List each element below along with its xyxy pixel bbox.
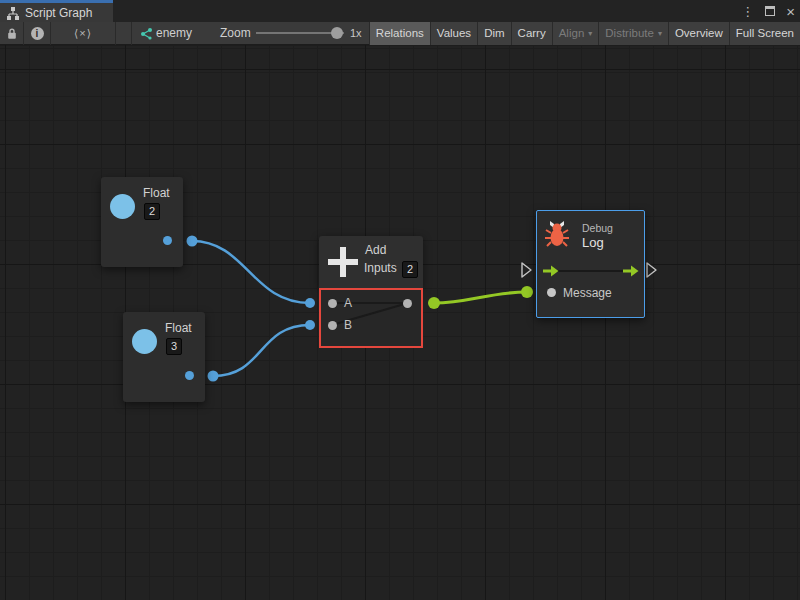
tab-title: Script Graph bbox=[25, 6, 92, 20]
window-tab-bar: Script Graph ⋮ × bbox=[0, 0, 800, 22]
info-icon: i bbox=[31, 27, 44, 40]
toolbar-divider bbox=[115, 22, 116, 45]
float-value-field[interactable]: 3 bbox=[166, 338, 182, 355]
code-preview-icon: ⟨×⟩ bbox=[74, 27, 92, 40]
distribute-dropdown[interactable]: Distribute▾ bbox=[598, 22, 668, 45]
bug-icon bbox=[544, 220, 570, 248]
add-input-port-a[interactable] bbox=[328, 299, 337, 308]
carry-button[interactable]: Carry bbox=[511, 22, 552, 45]
float1-output-port[interactable] bbox=[163, 236, 172, 245]
wire-endpoint-add-out[interactable] bbox=[428, 297, 440, 309]
wire-float1-to-add-a[interactable] bbox=[192, 241, 310, 303]
window-controls: ⋮ × bbox=[741, 0, 795, 22]
graph-toolbar: i ⟨×⟩ enemy Zoom 1x Relations Values Dim… bbox=[0, 22, 800, 45]
relations-button[interactable]: Relations bbox=[369, 22, 430, 45]
dim-button[interactable]: Dim bbox=[477, 22, 510, 45]
node-title: Float bbox=[143, 186, 170, 200]
breadcrumb-graph-name[interactable]: enemy bbox=[156, 22, 192, 45]
debug-message-input-port[interactable] bbox=[547, 288, 556, 297]
full-screen-button[interactable]: Full Screen bbox=[729, 22, 800, 45]
node-title: Float bbox=[165, 321, 192, 335]
port-label-b: B bbox=[344, 318, 352, 332]
node-title: Add bbox=[365, 243, 386, 257]
wire-endpoint-float2-out[interactable] bbox=[208, 371, 219, 382]
wire-endpoint-debug-message[interactable] bbox=[521, 286, 533, 298]
node-category: Debug bbox=[582, 222, 613, 234]
float-value-field[interactable]: 2 bbox=[144, 203, 160, 220]
flow-output-triangle-icon[interactable] bbox=[647, 263, 656, 277]
code-preview-button[interactable]: ⟨×⟩ bbox=[51, 22, 115, 45]
float-literal-icon bbox=[132, 329, 157, 354]
info-button[interactable]: i bbox=[24, 22, 50, 45]
overview-button[interactable]: Overview bbox=[668, 22, 729, 45]
add-node-ports-selected-red[interactable]: A B bbox=[319, 288, 423, 348]
add-output-port[interactable] bbox=[403, 299, 412, 308]
node-float-1[interactable]: Float 2 bbox=[101, 177, 183, 267]
wire-endpoint-add-a[interactable] bbox=[305, 298, 315, 308]
flow-input-triangle-icon[interactable] bbox=[522, 263, 531, 277]
message-port-label: Message bbox=[563, 286, 612, 300]
chevron-down-icon: ▾ bbox=[658, 29, 662, 38]
script-graph-icon bbox=[139, 27, 153, 41]
tab-script-graph[interactable]: Script Graph bbox=[0, 0, 113, 22]
float2-output-port[interactable] bbox=[185, 371, 194, 380]
wire-add-to-debug-message[interactable] bbox=[434, 292, 527, 303]
flow-out-arrow-icon[interactable] bbox=[623, 266, 639, 277]
add-node-header[interactable]: Add Inputs 2 bbox=[319, 236, 423, 288]
zoom-slider-handle[interactable] bbox=[331, 27, 343, 39]
align-dropdown[interactable]: Align▾ bbox=[552, 22, 599, 45]
float-literal-icon bbox=[110, 194, 135, 219]
add-input-port-b[interactable] bbox=[328, 321, 337, 330]
maximize-icon[interactable] bbox=[765, 6, 775, 16]
graph-hierarchy-icon bbox=[6, 6, 20, 20]
node-title: Log bbox=[582, 235, 604, 250]
flow-row bbox=[537, 263, 644, 279]
values-button[interactable]: Values bbox=[430, 22, 477, 45]
plus-icon bbox=[328, 247, 358, 277]
inputs-count-field[interactable]: 2 bbox=[402, 261, 418, 278]
node-add[interactable]: Add Inputs 2 A B bbox=[319, 236, 423, 348]
flow-in-arrow-icon[interactable] bbox=[543, 266, 559, 277]
node-debug-log-selected-blue[interactable]: Debug Log Message bbox=[536, 210, 645, 318]
window-menu-icon[interactable]: ⋮ bbox=[741, 5, 754, 18]
node-float-2[interactable]: Float 3 bbox=[123, 312, 205, 402]
wire-endpoint-add-b[interactable] bbox=[305, 320, 315, 330]
zoom-label: Zoom bbox=[220, 22, 251, 45]
zoom-value: 1x bbox=[350, 22, 362, 45]
chevron-down-icon: ▾ bbox=[588, 29, 592, 38]
graph-breadcrumb-icon-wrap bbox=[138, 22, 154, 45]
port-label-a: A bbox=[344, 296, 352, 310]
wire-float2-to-add-b[interactable] bbox=[213, 325, 310, 376]
toolbar-buttons: Relations Values Dim Carry Align▾ Distri… bbox=[369, 22, 800, 45]
inputs-label: Inputs bbox=[364, 261, 397, 275]
lock-icon bbox=[6, 27, 18, 40]
lock-button[interactable] bbox=[0, 22, 23, 45]
close-icon[interactable]: × bbox=[786, 4, 795, 19]
toolbar-divider bbox=[131, 22, 132, 45]
wire-endpoint-float1-out[interactable] bbox=[187, 236, 198, 247]
